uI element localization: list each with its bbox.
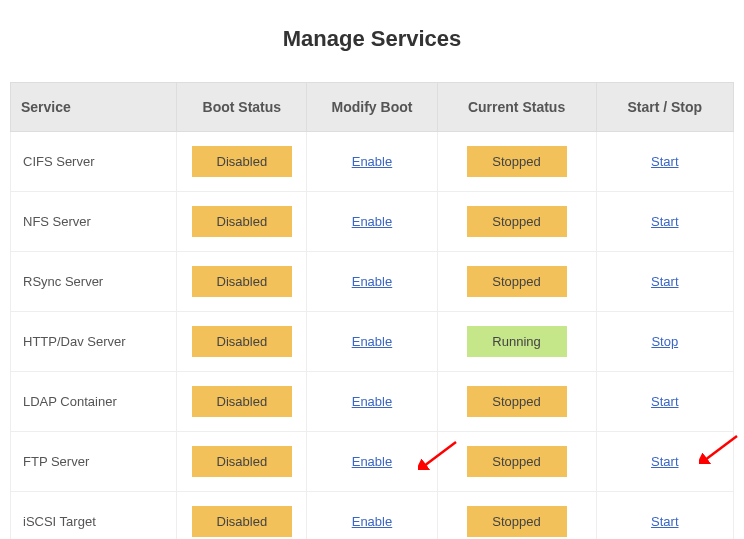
start-stop-cell: Start [596, 372, 733, 432]
service-name: CIFS Server [11, 132, 177, 192]
service-name: NFS Server [11, 192, 177, 252]
service-name: iSCSI Target [11, 492, 177, 540]
page-title: Manage Services [10, 10, 734, 82]
boot-status-badge: Disabled [192, 506, 292, 537]
current-status-badge: Stopped [467, 386, 567, 417]
start-stop-cell: Start [596, 432, 733, 492]
start-stop-link[interactable]: Start [651, 154, 678, 169]
boot-status-badge: Disabled [192, 146, 292, 177]
modify-boot-cell: Enable [307, 252, 437, 312]
current-status-cell: Stopped [437, 432, 596, 492]
table-row: NFS ServerDisabledEnableStoppedStart [11, 192, 734, 252]
boot-status-badge: Disabled [192, 446, 292, 477]
start-stop-cell: Start [596, 492, 733, 540]
boot-status-cell: Disabled [177, 432, 307, 492]
start-stop-link[interactable]: Start [651, 514, 678, 529]
start-stop-cell: Start [596, 252, 733, 312]
modify-boot-link[interactable]: Enable [352, 274, 392, 289]
boot-status-cell: Disabled [177, 192, 307, 252]
start-stop-link[interactable]: Start [651, 394, 678, 409]
modify-boot-link[interactable]: Enable [352, 514, 392, 529]
col-header-current-status: Current Status [437, 83, 596, 132]
col-header-service: Service [11, 83, 177, 132]
col-header-modify-boot: Modify Boot [307, 83, 437, 132]
modify-boot-link[interactable]: Enable [352, 454, 392, 469]
boot-status-cell: Disabled [177, 372, 307, 432]
table-row: FTP ServerDisabledEnableStoppedStart [11, 432, 734, 492]
modify-boot-cell: Enable [307, 132, 437, 192]
current-status-cell: Stopped [437, 372, 596, 432]
current-status-cell: Running [437, 312, 596, 372]
table-row: iSCSI TargetDisabledEnableStoppedStart [11, 492, 734, 540]
current-status-cell: Stopped [437, 132, 596, 192]
table-row: RSync ServerDisabledEnableStoppedStart [11, 252, 734, 312]
current-status-badge: Stopped [467, 506, 567, 537]
start-stop-link[interactable]: Start [651, 274, 678, 289]
table-row: HTTP/Dav ServerDisabledEnableRunningStop [11, 312, 734, 372]
current-status-badge: Stopped [467, 146, 567, 177]
col-header-start-stop: Start / Stop [596, 83, 733, 132]
start-stop-link[interactable]: Stop [651, 334, 678, 349]
start-stop-cell: Start [596, 192, 733, 252]
col-header-boot-status: Boot Status [177, 83, 307, 132]
boot-status-badge: Disabled [192, 206, 292, 237]
modify-boot-cell: Enable [307, 192, 437, 252]
modify-boot-cell: Enable [307, 372, 437, 432]
boot-status-badge: Disabled [192, 386, 292, 417]
modify-boot-link[interactable]: Enable [352, 214, 392, 229]
table-row: CIFS ServerDisabledEnableStoppedStart [11, 132, 734, 192]
service-name: RSync Server [11, 252, 177, 312]
start-stop-cell: Stop [596, 312, 733, 372]
boot-status-badge: Disabled [192, 326, 292, 357]
service-name: LDAP Container [11, 372, 177, 432]
modify-boot-link[interactable]: Enable [352, 154, 392, 169]
services-table: Service Boot Status Modify Boot Current … [10, 82, 734, 539]
boot-status-badge: Disabled [192, 266, 292, 297]
start-stop-link[interactable]: Start [651, 214, 678, 229]
boot-status-cell: Disabled [177, 312, 307, 372]
current-status-cell: Stopped [437, 192, 596, 252]
modify-boot-link[interactable]: Enable [352, 334, 392, 349]
modify-boot-link[interactable]: Enable [352, 394, 392, 409]
start-stop-cell: Start [596, 132, 733, 192]
current-status-badge: Stopped [467, 446, 567, 477]
current-status-badge: Running [467, 326, 567, 357]
table-row: LDAP ContainerDisabledEnableStoppedStart [11, 372, 734, 432]
start-stop-link[interactable]: Start [651, 454, 678, 469]
modify-boot-cell: Enable [307, 492, 437, 540]
current-status-badge: Stopped [467, 206, 567, 237]
service-name: HTTP/Dav Server [11, 312, 177, 372]
service-name: FTP Server [11, 432, 177, 492]
boot-status-cell: Disabled [177, 252, 307, 312]
modify-boot-cell: Enable [307, 432, 437, 492]
boot-status-cell: Disabled [177, 132, 307, 192]
current-status-badge: Stopped [467, 266, 567, 297]
boot-status-cell: Disabled [177, 492, 307, 540]
modify-boot-cell: Enable [307, 312, 437, 372]
current-status-cell: Stopped [437, 252, 596, 312]
current-status-cell: Stopped [437, 492, 596, 540]
